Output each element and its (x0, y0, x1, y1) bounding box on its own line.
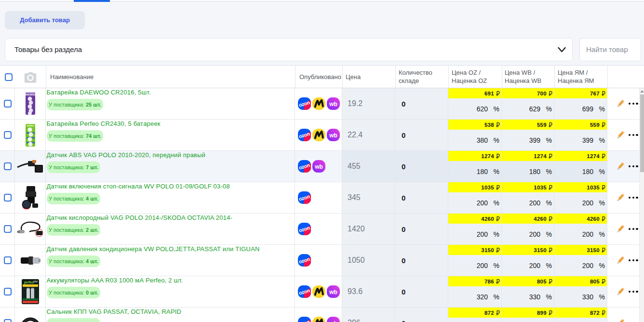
svg-text:wb: wb (329, 132, 337, 139)
svg-text:wb: wb (329, 101, 337, 107)
svg-text:DAEWOO: DAEWOO (25, 94, 35, 96)
svg-text:wb: wb (329, 320, 337, 322)
svg-text:AAA: AAA (33, 281, 37, 283)
svg-text:perfeo: perfeo (27, 124, 33, 126)
svg-text:perfeo: perfeo (24, 281, 34, 284)
svg-text:wb: wb (329, 289, 337, 295)
svg-text:wb: wb (314, 163, 323, 170)
